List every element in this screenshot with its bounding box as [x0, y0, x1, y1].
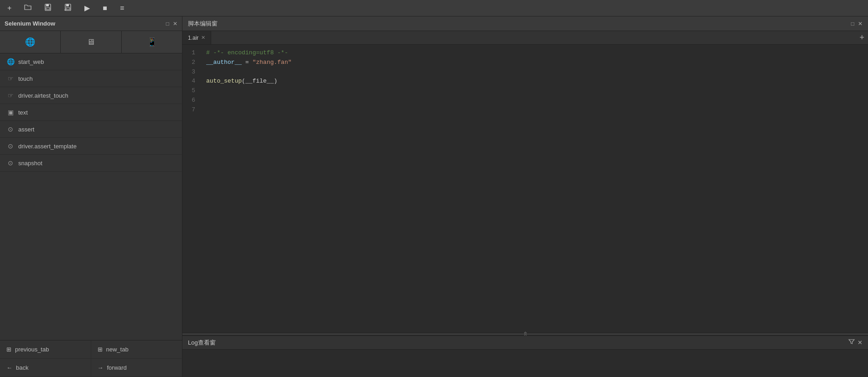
editor-header-title: 脚本编辑窗: [188, 20, 218, 28]
code-author-var: __author__: [206, 59, 242, 66]
sidebar-title: Selenium Window: [5, 20, 55, 27]
sidebar-item-previous-tab[interactable]: ⊞ previous_tab: [0, 340, 91, 359]
code-line-1: # -*- encoding=utf8 -*-: [206, 48, 863, 58]
sidebar-item-label-touch: touch: [18, 75, 33, 82]
sidebar-header: Selenium Window □ ✕: [0, 16, 182, 31]
sidebar-item-text[interactable]: ▣ text: [0, 104, 182, 121]
monitor-icon: 🖥: [87, 37, 95, 47]
main-layout: Selenium Window □ ✕ 🌐 🖥 📱 🌐 start_web: [0, 16, 868, 377]
sidebar-item-touch[interactable]: ☞ touch: [0, 70, 182, 87]
svg-rect-1: [46, 4, 49, 6]
assert-icon: ⊙: [6, 126, 15, 133]
sidebar-item-label-start-web: start_web: [18, 58, 44, 65]
line-number-5: 5: [182, 86, 195, 96]
add-tab-button[interactable]: +: [856, 33, 868, 42]
sidebar-item-label-driver-airtest-touch: driver.airtest_touch: [18, 92, 68, 99]
sidebar-item-label-text: text: [18, 109, 28, 116]
line-number-4: 4: [182, 77, 195, 86]
device-tab[interactable]: 📱: [122, 31, 182, 53]
code-comment-1: # -*- encoding=utf8 -*-: [206, 49, 288, 56]
save-all-button[interactable]: [62, 2, 74, 15]
sidebar-item-forward[interactable]: → forward: [91, 359, 182, 377]
new-tab-icon: ⊞: [98, 346, 103, 353]
editor-close-button[interactable]: ✕: [858, 21, 863, 27]
sidebar: Selenium Window □ ✕ 🌐 🖥 📱 🌐 start_web: [0, 16, 182, 377]
new-file-button[interactable]: +: [5, 2, 14, 14]
editor-header-buttons: □ ✕: [851, 21, 863, 27]
code-line-2: __author__ = "zhang.fan": [206, 58, 863, 68]
sidebar-item-start-web[interactable]: 🌐 start_web: [0, 53, 182, 70]
previous-tab-icon: ⊞: [6, 346, 11, 353]
touch-icon: ☞: [6, 75, 15, 82]
sidebar-item-label-new-tab: new_tab: [106, 346, 129, 353]
line-number-2: 2: [182, 58, 195, 68]
code-equals: =: [242, 59, 252, 66]
code-line-6: [206, 96, 863, 105]
sidebar-item-label-snapshot: snapshot: [18, 160, 42, 167]
log-panel: Log查看窗 ✕: [182, 335, 868, 377]
tab-close-button[interactable]: ✕: [201, 35, 205, 40]
sidebar-item-new-tab[interactable]: ⊞ new_tab: [91, 340, 182, 359]
code-line-5: [206, 86, 863, 96]
code-editor[interactable]: 1 2 3 4 5 6 7 # -*- encoding=utf8 -*- __…: [182, 45, 868, 333]
code-func-args: (__file__): [242, 78, 277, 84]
driver-assert-template-icon: ⊙: [6, 142, 15, 150]
code-line-4: auto_setup(__file__): [206, 77, 863, 86]
tab-label: 1.air: [188, 35, 198, 41]
editor-minimize-button[interactable]: □: [851, 21, 854, 27]
editor-area: 脚本编辑窗 □ ✕ 1.air ✕ + 1 2 3 4 5 6 7: [182, 16, 868, 377]
sidebar-item-driver-airtest-touch[interactable]: ☞ driver.airtest_touch: [0, 87, 182, 104]
tab-1air[interactable]: 1.air ✕: [182, 31, 211, 44]
icon-tabs: 🌐 🖥 📱: [0, 31, 182, 53]
sidebar-item-label-previous-tab: previous_tab: [15, 346, 49, 353]
stop-button[interactable]: ■: [100, 2, 110, 14]
log-title: Log查看窗: [188, 339, 216, 347]
code-func-name: auto_setup: [206, 78, 242, 84]
sidebar-item-snapshot[interactable]: ⊙ snapshot: [0, 155, 182, 172]
driver-airtest-touch-icon: ☞: [6, 92, 15, 99]
line-number-6: 6: [182, 96, 195, 105]
sidebar-item-label-assert: assert: [18, 126, 34, 133]
start-web-icon: 🌐: [6, 58, 15, 65]
log-header-buttons: ✕: [848, 339, 863, 346]
log-close-button[interactable]: ✕: [858, 339, 863, 346]
save-file-button[interactable]: [42, 2, 54, 15]
sidebar-item-back[interactable]: ← back: [0, 359, 91, 377]
log-content: [182, 350, 868, 377]
text-icon: ▣: [6, 109, 15, 116]
sidebar-bottom: ⊞ previous_tab ⊞ new_tab ← back → forwar…: [0, 340, 182, 377]
open-file-button[interactable]: [21, 2, 34, 15]
snapshot-icon: ⊙: [6, 159, 15, 167]
menu-button[interactable]: ≡: [117, 2, 127, 14]
svg-rect-5: [66, 8, 70, 10]
forward-icon: →: [98, 364, 104, 371]
sidebar-item-label-driver-assert-template: driver.assert_template: [18, 143, 77, 150]
sidebar-header-buttons: □ ✕: [166, 21, 177, 27]
svg-rect-2: [46, 8, 50, 10]
tab-bar: 1.air ✕ +: [182, 31, 868, 45]
back-icon: ←: [6, 364, 12, 371]
run-button[interactable]: ▶: [82, 2, 93, 14]
line-number-7: 7: [182, 105, 195, 115]
sidebar-close-button[interactable]: ✕: [173, 21, 177, 27]
device-icon: 📱: [147, 37, 157, 47]
code-line-3: [206, 68, 863, 77]
globe-tab[interactable]: 🌐: [0, 31, 61, 53]
editor-header: 脚本编辑窗 □ ✕: [182, 16, 868, 31]
log-header: Log查看窗 ✕: [182, 336, 868, 350]
code-line-7: [206, 105, 863, 115]
code-author-value: "zhang.fan": [252, 59, 291, 66]
line-number-3: 3: [182, 68, 195, 77]
log-filter-button[interactable]: [848, 339, 855, 346]
top-toolbar: + ▶ ■ ≡: [0, 0, 868, 16]
sidebar-minimize-button[interactable]: □: [166, 21, 169, 27]
code-content[interactable]: # -*- encoding=utf8 -*- __author__ = "zh…: [201, 45, 868, 333]
svg-rect-4: [66, 4, 69, 6]
line-number-1: 1: [182, 48, 195, 58]
sidebar-item-label-forward: forward: [107, 364, 127, 371]
sidebar-items-list: 🌐 start_web ☞ touch ☞ driver.airtest_tou…: [0, 53, 182, 340]
sidebar-item-assert[interactable]: ⊙ assert: [0, 121, 182, 138]
monitor-tab[interactable]: 🖥: [61, 31, 121, 53]
sidebar-item-driver-assert-template[interactable]: ⊙ driver.assert_template: [0, 138, 182, 155]
globe-icon: 🌐: [25, 37, 35, 47]
